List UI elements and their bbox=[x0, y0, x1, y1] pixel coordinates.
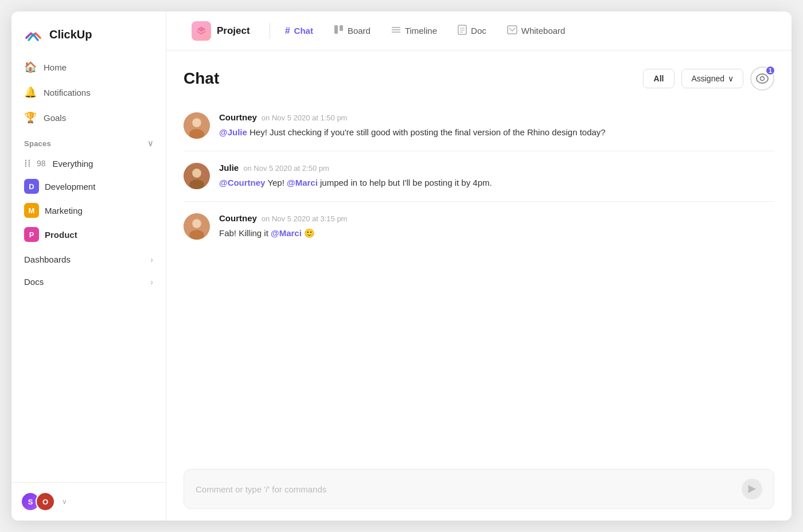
message-author: Courtney bbox=[219, 112, 257, 122]
dashboards-chevron-icon: › bbox=[150, 255, 153, 264]
svg-line-10 bbox=[509, 28, 512, 31]
mention-julie: @Julie bbox=[219, 127, 247, 137]
message-text: Fab! Killing it @Marci 🙂 bbox=[219, 226, 774, 240]
svg-point-12 bbox=[757, 74, 768, 83]
message-meta: Courtney on Nov 5 2020 at 1:50 pm bbox=[219, 112, 774, 122]
top-nav: Project # Chat Board bbox=[166, 11, 792, 50]
home-icon: 🏠 bbox=[24, 61, 37, 73]
message-item: Julie on Nov 5 2020 at 2:50 pm @Courtney… bbox=[184, 151, 774, 202]
sidebar-bottom-user[interactable]: S O ∨ bbox=[11, 482, 166, 521]
bell-icon: 🔔 bbox=[24, 86, 37, 99]
logo: ClickUp bbox=[11, 11, 166, 55]
message-text-before: Fab! Killing it bbox=[219, 228, 271, 238]
doc-tab-icon bbox=[458, 25, 467, 37]
sidebar-item-notifications-label: Notifications bbox=[44, 88, 91, 97]
tab-doc[interactable]: Doc bbox=[450, 20, 494, 42]
sidebar-item-goals[interactable]: 🏆 Goals bbox=[17, 105, 160, 130]
watch-button[interactable]: 1 bbox=[750, 66, 774, 91]
sidebar-item-everything[interactable]: ⁞⁞ 98 Everything bbox=[17, 152, 160, 174]
dashboards-label: Dashboards bbox=[24, 255, 71, 264]
main-content: Project # Chat Board bbox=[166, 11, 792, 521]
message-item: Courtney on Nov 5 2020 at 3:15 pm Fab! K… bbox=[184, 202, 774, 252]
svg-rect-9 bbox=[508, 26, 517, 34]
message-meta: Courtney on Nov 5 2020 at 3:15 pm bbox=[219, 213, 774, 223]
chat-tab-icon: # bbox=[285, 26, 290, 36]
sidebar-nav: 🏠 Home 🔔 Notifications 🏆 Goals bbox=[11, 55, 166, 131]
sidebar-item-notifications[interactable]: 🔔 Notifications bbox=[17, 80, 160, 104]
avatar-courtney bbox=[184, 112, 210, 139]
sidebar-item-product-label: Product bbox=[45, 230, 77, 240]
avatar-o: O bbox=[36, 492, 55, 511]
sidebar-item-marketing[interactable]: M Marketing bbox=[17, 198, 160, 222]
sidebar-item-goals-label: Goals bbox=[44, 113, 66, 123]
tab-doc-label: Doc bbox=[471, 26, 486, 36]
message-text-content: Hey! Just checking if you're still good … bbox=[250, 127, 606, 137]
tab-chat-label: Chat bbox=[294, 26, 313, 36]
comment-box[interactable]: Comment or type '/' for commands bbox=[184, 469, 774, 509]
sidebar-section-dashboards[interactable]: Dashboards › bbox=[11, 247, 166, 269]
message-body: Courtney on Nov 5 2020 at 3:15 pm Fab! K… bbox=[219, 213, 774, 240]
mention-courtney: @Courtney bbox=[219, 178, 265, 187]
tab-timeline[interactable]: Timeline bbox=[383, 21, 445, 41]
whiteboard-tab-icon bbox=[507, 25, 517, 37]
avatar-julie bbox=[184, 163, 210, 189]
svg-point-25 bbox=[193, 220, 201, 228]
tab-chat[interactable]: # Chat bbox=[277, 21, 321, 41]
nav-divider bbox=[270, 23, 270, 39]
sidebar-item-home[interactable]: 🏠 Home bbox=[17, 55, 160, 79]
project-label: Project bbox=[217, 25, 250, 37]
message-time: on Nov 5 2020 at 3:15 pm bbox=[262, 214, 348, 223]
sidebar-item-development[interactable]: D Development bbox=[17, 174, 160, 198]
svg-point-13 bbox=[761, 77, 765, 81]
docs-label: Docs bbox=[24, 277, 44, 287]
spaces-section-header: Spaces ∨ bbox=[11, 131, 166, 152]
sidebar-item-everything-label: Everything bbox=[53, 159, 93, 169]
message-item: Courtney on Nov 5 2020 at 1:50 pm @Julie… bbox=[184, 101, 774, 151]
sidebar-item-development-label: Development bbox=[45, 182, 95, 191]
sidebar-item-home-label: Home bbox=[44, 62, 67, 72]
avatar-courtney-2 bbox=[184, 213, 210, 240]
product-badge: P bbox=[24, 227, 39, 242]
assigned-chevron-icon: ∨ bbox=[728, 74, 734, 83]
chat-area: Chat All Assigned ∨ 1 bbox=[166, 50, 792, 521]
chat-header: Chat All Assigned ∨ 1 bbox=[184, 50, 774, 101]
board-tab-icon bbox=[334, 25, 344, 37]
mention-marci: @Marci bbox=[287, 178, 318, 187]
docs-chevron-icon: › bbox=[150, 277, 153, 287]
timeline-tab-icon bbox=[391, 26, 401, 36]
user-menu-chevron-icon: ∨ bbox=[62, 498, 67, 506]
message-body: Julie on Nov 5 2020 at 2:50 pm @Courtney… bbox=[219, 163, 774, 190]
tab-board[interactable]: Board bbox=[326, 20, 379, 41]
message-author: Courtney bbox=[219, 213, 257, 223]
message-time: on Nov 5 2020 at 2:50 pm bbox=[243, 164, 329, 173]
comment-box-wrap: Comment or type '/' for commands bbox=[184, 460, 774, 521]
sidebar-item-product[interactable]: P Product bbox=[17, 222, 160, 247]
sidebar-section-docs[interactable]: Docs › bbox=[11, 269, 166, 291]
project-tab[interactable]: Project bbox=[184, 17, 258, 45]
messages-list: Courtney on Nov 5 2020 at 1:50 pm @Julie… bbox=[184, 101, 774, 460]
send-button[interactable] bbox=[742, 479, 762, 499]
tab-timeline-label: Timeline bbox=[405, 26, 437, 36]
tab-board-label: Board bbox=[348, 26, 371, 36]
svg-point-17 bbox=[193, 119, 201, 127]
chat-title: Chat bbox=[184, 69, 219, 88]
message-body: Courtney on Nov 5 2020 at 1:50 pm @Julie… bbox=[219, 112, 774, 139]
trophy-icon: 🏆 bbox=[24, 111, 37, 124]
spaces-chevron-icon: ∨ bbox=[147, 139, 153, 148]
svg-rect-0 bbox=[334, 25, 338, 34]
filter-all-button[interactable]: All bbox=[643, 69, 675, 88]
marketing-badge: M bbox=[24, 203, 39, 218]
sidebar: ClickUp 🏠 Home 🔔 Notifications 🏆 Goals bbox=[11, 11, 166, 521]
filter-assigned-button[interactable]: Assigned ∨ bbox=[681, 69, 743, 88]
everything-icon: ⁞⁞ bbox=[24, 157, 31, 170]
logo-text: ClickUp bbox=[49, 28, 92, 41]
message-time: on Nov 5 2020 at 1:50 pm bbox=[262, 114, 348, 122]
chat-header-right: All Assigned ∨ 1 bbox=[643, 66, 774, 91]
message-text: @Julie Hey! Just checking if you're stil… bbox=[219, 126, 774, 139]
sidebar-item-everything-count: 98 bbox=[37, 159, 46, 168]
project-icon bbox=[192, 21, 211, 41]
tab-whiteboard[interactable]: Whiteboard bbox=[499, 21, 574, 41]
spaces-label: Spaces bbox=[24, 139, 51, 148]
svg-line-11 bbox=[512, 28, 515, 31]
message-author: Julie bbox=[219, 163, 239, 173]
